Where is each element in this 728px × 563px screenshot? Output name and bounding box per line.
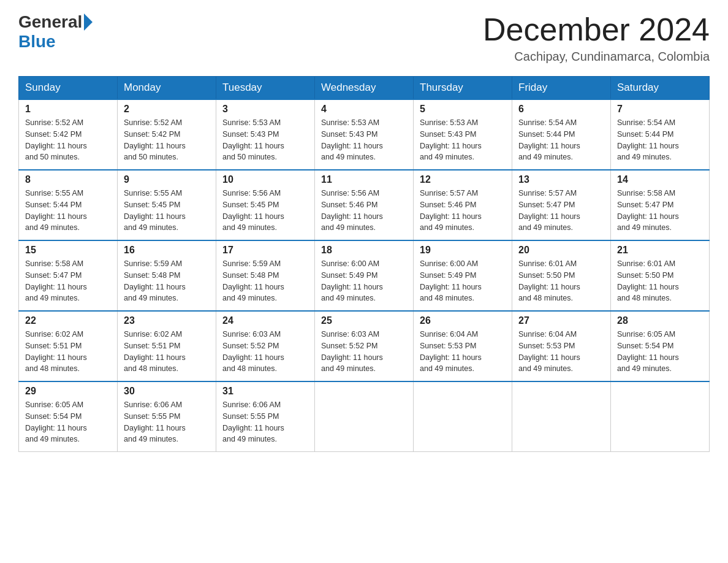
day-info: Sunrise: 5:52 AMSunset: 5:42 PMDaylight:…: [25, 117, 111, 163]
day-number: 20: [518, 245, 604, 256]
day-number: 13: [518, 174, 604, 185]
day-number: 3: [222, 104, 308, 115]
day-number: 7: [617, 104, 703, 115]
calendar-cell: 23Sunrise: 6:02 AMSunset: 5:51 PMDayligh…: [118, 311, 216, 381]
day-info: Sunrise: 6:03 AMSunset: 5:52 PMDaylight:…: [222, 329, 308, 375]
calendar-cell: 29Sunrise: 6:05 AMSunset: 5:54 PMDayligh…: [19, 381, 118, 452]
day-number: 11: [321, 174, 407, 185]
calendar-header-saturday: Saturday: [611, 77, 710, 100]
day-number: 21: [617, 245, 703, 256]
day-number: 23: [124, 315, 210, 326]
day-info: Sunrise: 5:53 AMSunset: 5:43 PMDaylight:…: [420, 117, 506, 163]
calendar-week-row: 8Sunrise: 5:55 AMSunset: 5:44 PMDaylight…: [19, 170, 710, 240]
calendar-cell: 27Sunrise: 6:04 AMSunset: 5:53 PMDayligh…: [512, 311, 611, 381]
day-number: 24: [222, 315, 308, 326]
calendar-header-tuesday: Tuesday: [216, 77, 315, 100]
calendar-cell: 31Sunrise: 6:06 AMSunset: 5:55 PMDayligh…: [216, 381, 315, 452]
day-info: Sunrise: 6:05 AMSunset: 5:54 PMDaylight:…: [617, 329, 703, 375]
calendar-week-row: 29Sunrise: 6:05 AMSunset: 5:54 PMDayligh…: [19, 381, 710, 452]
day-info: Sunrise: 5:53 AMSunset: 5:43 PMDaylight:…: [222, 117, 308, 163]
day-number: 14: [617, 174, 703, 185]
day-number: 18: [321, 245, 407, 256]
day-info: Sunrise: 5:55 AMSunset: 5:44 PMDaylight:…: [25, 188, 111, 234]
day-number: 22: [25, 315, 111, 326]
logo-arrow-icon: [84, 13, 93, 31]
calendar-cell: 14Sunrise: 5:58 AMSunset: 5:47 PMDayligh…: [611, 170, 710, 240]
calendar-header-friday: Friday: [512, 77, 611, 100]
day-number: 25: [321, 315, 407, 326]
calendar-cell: [512, 381, 611, 452]
day-number: 28: [617, 315, 703, 326]
calendar-cell: 7Sunrise: 5:54 AMSunset: 5:44 PMDaylight…: [611, 99, 710, 170]
day-info: Sunrise: 5:56 AMSunset: 5:46 PMDaylight:…: [321, 188, 407, 234]
day-info: Sunrise: 5:53 AMSunset: 5:43 PMDaylight:…: [321, 117, 407, 163]
day-number: 16: [124, 245, 210, 256]
page-header: General Blue December 2024 Cachipay, Cun…: [18, 12, 710, 64]
month-title: December 2024: [483, 12, 710, 47]
calendar-cell: [611, 381, 710, 452]
calendar-cell: 8Sunrise: 5:55 AMSunset: 5:44 PMDaylight…: [19, 170, 118, 240]
calendar-cell: 15Sunrise: 5:58 AMSunset: 5:47 PMDayligh…: [19, 240, 118, 311]
calendar-cell: 2Sunrise: 5:52 AMSunset: 5:42 PMDaylight…: [118, 99, 216, 170]
logo-general-text: General: [18, 12, 82, 32]
calendar-cell: 6Sunrise: 5:54 AMSunset: 5:44 PMDaylight…: [512, 99, 611, 170]
calendar-cell: 5Sunrise: 5:53 AMSunset: 5:43 PMDaylight…: [414, 99, 512, 170]
calendar-header-wednesday: Wednesday: [315, 77, 414, 100]
day-info: Sunrise: 5:58 AMSunset: 5:47 PMDaylight:…: [617, 188, 703, 234]
calendar-cell: 30Sunrise: 6:06 AMSunset: 5:55 PMDayligh…: [118, 381, 216, 452]
calendar-table: SundayMondayTuesdayWednesdayThursdayFrid…: [18, 76, 710, 452]
day-info: Sunrise: 5:57 AMSunset: 5:46 PMDaylight:…: [420, 188, 506, 234]
calendar-cell: 3Sunrise: 5:53 AMSunset: 5:43 PMDaylight…: [216, 99, 315, 170]
day-number: 30: [124, 386, 210, 397]
calendar-cell: 25Sunrise: 6:03 AMSunset: 5:52 PMDayligh…: [315, 311, 414, 381]
calendar-cell: 20Sunrise: 6:01 AMSunset: 5:50 PMDayligh…: [512, 240, 611, 311]
calendar-cell: 11Sunrise: 5:56 AMSunset: 5:46 PMDayligh…: [315, 170, 414, 240]
day-info: Sunrise: 5:52 AMSunset: 5:42 PMDaylight:…: [124, 117, 210, 163]
calendar-cell: 13Sunrise: 5:57 AMSunset: 5:47 PMDayligh…: [512, 170, 611, 240]
calendar-header-monday: Monday: [118, 77, 216, 100]
day-info: Sunrise: 5:54 AMSunset: 5:44 PMDaylight:…: [617, 117, 703, 163]
day-number: 9: [124, 174, 210, 185]
calendar-cell: 28Sunrise: 6:05 AMSunset: 5:54 PMDayligh…: [611, 311, 710, 381]
calendar-cell: 4Sunrise: 5:53 AMSunset: 5:43 PMDaylight…: [315, 99, 414, 170]
day-info: Sunrise: 6:02 AMSunset: 5:51 PMDaylight:…: [25, 329, 111, 375]
day-info: Sunrise: 6:02 AMSunset: 5:51 PMDaylight:…: [124, 329, 210, 375]
day-info: Sunrise: 6:04 AMSunset: 5:53 PMDaylight:…: [420, 329, 506, 375]
day-number: 4: [321, 104, 407, 115]
calendar-cell: 12Sunrise: 5:57 AMSunset: 5:46 PMDayligh…: [414, 170, 512, 240]
calendar-cell: 17Sunrise: 5:59 AMSunset: 5:48 PMDayligh…: [216, 240, 315, 311]
day-number: 10: [222, 174, 308, 185]
day-number: 27: [518, 315, 604, 326]
day-info: Sunrise: 6:00 AMSunset: 5:49 PMDaylight:…: [321, 258, 407, 304]
calendar-header-row: SundayMondayTuesdayWednesdayThursdayFrid…: [19, 77, 710, 100]
calendar-cell: 16Sunrise: 5:59 AMSunset: 5:48 PMDayligh…: [118, 240, 216, 311]
day-info: Sunrise: 6:06 AMSunset: 5:55 PMDaylight:…: [124, 399, 210, 445]
calendar-cell: 9Sunrise: 5:55 AMSunset: 5:45 PMDaylight…: [118, 170, 216, 240]
day-info: Sunrise: 5:55 AMSunset: 5:45 PMDaylight:…: [124, 188, 210, 234]
day-number: 31: [222, 386, 308, 397]
calendar-week-row: 15Sunrise: 5:58 AMSunset: 5:47 PMDayligh…: [19, 240, 710, 311]
day-number: 26: [420, 315, 506, 326]
calendar-cell: 22Sunrise: 6:02 AMSunset: 5:51 PMDayligh…: [19, 311, 118, 381]
day-number: 5: [420, 104, 506, 115]
calendar-week-row: 22Sunrise: 6:02 AMSunset: 5:51 PMDayligh…: [19, 311, 710, 381]
day-number: 2: [124, 104, 210, 115]
day-number: 17: [222, 245, 308, 256]
calendar-cell: [414, 381, 512, 452]
day-info: Sunrise: 6:01 AMSunset: 5:50 PMDaylight:…: [518, 258, 604, 304]
day-info: Sunrise: 6:04 AMSunset: 5:53 PMDaylight:…: [518, 329, 604, 375]
day-number: 15: [25, 245, 111, 256]
day-info: Sunrise: 5:54 AMSunset: 5:44 PMDaylight:…: [518, 117, 604, 163]
day-number: 19: [420, 245, 506, 256]
calendar-header-sunday: Sunday: [19, 77, 118, 100]
day-info: Sunrise: 6:06 AMSunset: 5:55 PMDaylight:…: [222, 399, 308, 445]
day-number: 6: [518, 104, 604, 115]
calendar-cell: 21Sunrise: 6:01 AMSunset: 5:50 PMDayligh…: [611, 240, 710, 311]
day-number: 1: [25, 104, 111, 115]
title-section: December 2024 Cachipay, Cundinamarca, Co…: [483, 12, 710, 64]
calendar-cell: 24Sunrise: 6:03 AMSunset: 5:52 PMDayligh…: [216, 311, 315, 381]
calendar-cell: 18Sunrise: 6:00 AMSunset: 5:49 PMDayligh…: [315, 240, 414, 311]
day-info: Sunrise: 6:01 AMSunset: 5:50 PMDaylight:…: [617, 258, 703, 304]
day-number: 29: [25, 386, 111, 397]
day-info: Sunrise: 5:59 AMSunset: 5:48 PMDaylight:…: [222, 258, 308, 304]
